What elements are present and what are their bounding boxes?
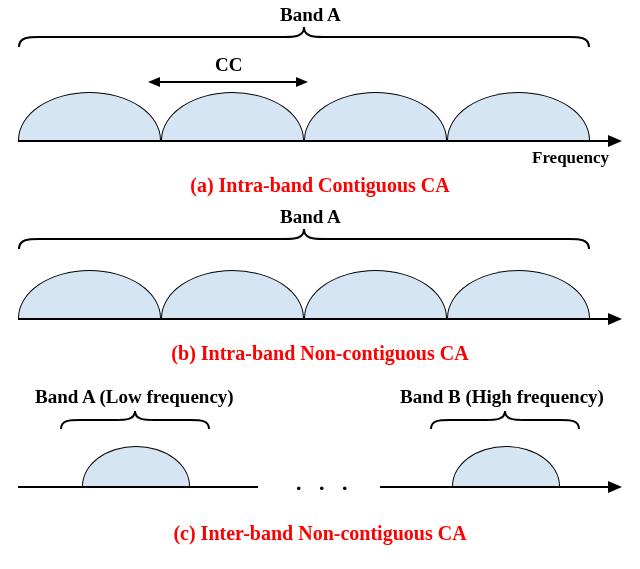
band-a-label-b: Band A bbox=[280, 206, 341, 228]
carrier-lobe bbox=[18, 92, 161, 140]
cc-label: CC bbox=[215, 54, 242, 76]
caption-a: (a) Intra-band Contiguous CA bbox=[0, 174, 640, 197]
carrier-lobe bbox=[304, 270, 447, 318]
band-a-low-label: Band A (Low frequency) bbox=[35, 386, 234, 408]
caption-c: (c) Inter-band Non-contiguous CA bbox=[0, 522, 640, 545]
band-a-label: Band A bbox=[280, 4, 341, 26]
svg-marker-1 bbox=[148, 77, 160, 87]
brace-band-b-c bbox=[430, 410, 580, 430]
carrier-lobe bbox=[447, 270, 590, 318]
carrier-lobe bbox=[18, 270, 161, 318]
carrier-lobe bbox=[447, 92, 590, 140]
svg-marker-5 bbox=[608, 481, 622, 493]
carrier-lobe bbox=[161, 92, 304, 140]
panel-a: Band A CC Frequency (a) Intra-band Conti… bbox=[0, 0, 640, 200]
panel-b: Band A (b) Intra-band Non-contiguous CA bbox=[0, 200, 640, 380]
brace-band-a-top bbox=[18, 26, 590, 48]
brace-band-a-b bbox=[18, 228, 590, 250]
ellipsis-dots: . . . bbox=[296, 470, 354, 496]
axis-arrowhead-b bbox=[608, 311, 624, 327]
carrier-lobe bbox=[161, 270, 304, 318]
panel-c: Band A (Low frequency) Band B (High freq… bbox=[0, 380, 640, 569]
axis-arrowhead bbox=[608, 133, 624, 149]
carrier-lobe-low bbox=[82, 446, 190, 486]
frequency-axis-c-left bbox=[18, 486, 258, 488]
carrier-lobe-high bbox=[452, 446, 560, 486]
carrier-lobe bbox=[304, 92, 447, 140]
svg-marker-3 bbox=[608, 135, 622, 147]
svg-marker-2 bbox=[296, 77, 308, 87]
frequency-axis-c-right bbox=[380, 486, 612, 488]
caption-b: (b) Intra-band Non-contiguous CA bbox=[0, 342, 640, 365]
frequency-label: Frequency bbox=[532, 148, 609, 168]
band-b-high-label: Band B (High frequency) bbox=[400, 386, 604, 408]
svg-marker-4 bbox=[608, 313, 622, 325]
axis-arrowhead-c bbox=[608, 479, 624, 495]
frequency-axis-b bbox=[18, 318, 612, 320]
cc-double-arrow bbox=[148, 75, 308, 89]
frequency-axis bbox=[18, 140, 612, 142]
brace-band-a-c bbox=[60, 410, 210, 430]
